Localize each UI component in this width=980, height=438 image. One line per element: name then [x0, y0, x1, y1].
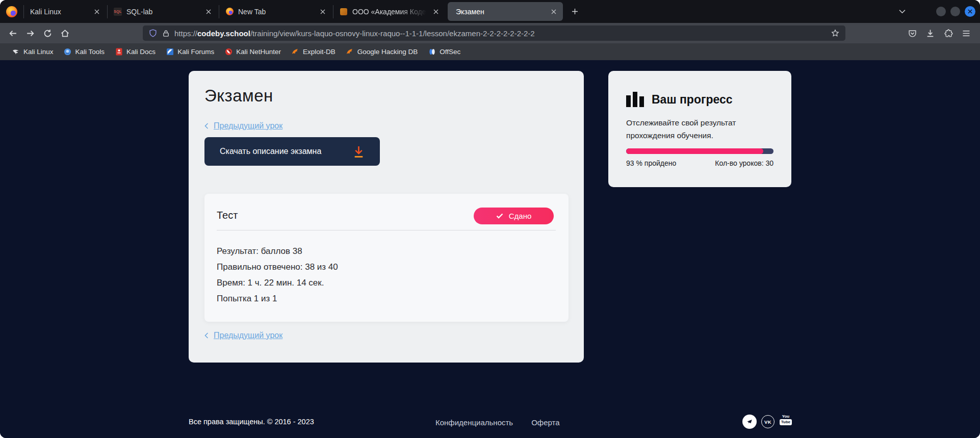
kali-docs-icon	[115, 48, 123, 56]
bookmark-kali-docs[interactable]: Kali Docs	[110, 45, 160, 59]
url-bar[interactable]: https://codeby.school/training/view/kurs…	[143, 25, 845, 41]
chevron-left-icon	[204, 123, 209, 129]
bookmark-exploit-db[interactable]: Exploit-DB	[287, 45, 340, 59]
bookmark-google-hacking-db[interactable]: Google Hacking DB	[341, 45, 423, 59]
kali-nethunter-icon	[224, 48, 233, 56]
window-close-button[interactable]	[965, 6, 975, 17]
vk-icon[interactable]: VK	[761, 415, 775, 428]
home-button[interactable]	[56, 24, 73, 42]
bookmark-kali-linux[interactable]: Kali Linux	[7, 45, 58, 59]
download-exam-description-button[interactable]: Скачать описание экзамна	[204, 137, 380, 166]
page-content: Экзамен Предыдущий урок Скачать описание…	[0, 60, 980, 438]
pocket-icon[interactable]	[905, 25, 920, 41]
offsec-icon	[428, 48, 436, 56]
exploit-db-icon	[291, 48, 299, 56]
time-line: Время: 1 ч. 22 мин. 14 сек.	[217, 278, 338, 288]
tab-codeby-academy[interactable]: ООО «Академия Кодеба	[333, 0, 446, 23]
forward-button[interactable]	[21, 24, 39, 42]
divider	[217, 230, 556, 230]
footer-links: Конфиденциальность Оферта	[435, 418, 560, 427]
google-hacking-db-icon	[346, 48, 354, 56]
lessons-count-label: Кол-во уроков: 30	[715, 159, 773, 167]
copyright-text: Все права защищены. © 2016 - 2023	[189, 418, 314, 426]
tab-title: Kali Linux	[30, 8, 91, 16]
bookmark-kali-nethunter[interactable]: Kali NetHunter	[220, 45, 286, 59]
tab-close-icon[interactable]	[317, 6, 329, 18]
tab-title: SQL-lab	[126, 8, 202, 16]
bookmark-star-icon[interactable]	[831, 29, 839, 37]
tab-close-icon[interactable]	[430, 6, 442, 18]
tab-title: ООО «Академия Кодеба	[352, 8, 430, 16]
bookmarks-bar: Kali Linux Kali Tools Kali Docs Kali For…	[0, 43, 980, 60]
firefox-favicon	[225, 8, 234, 16]
tab-title: Экзамен	[456, 8, 548, 16]
new-tab-button[interactable]	[566, 3, 583, 20]
url-text[interactable]: https://codeby.school/training/view/kurs…	[174, 29, 535, 38]
lesson-card: Экзамен Предыдущий урок Скачать описание…	[189, 71, 584, 363]
tab-close-icon[interactable]	[548, 6, 560, 18]
lock-icon[interactable]	[163, 30, 169, 37]
bookmark-kali-forums[interactable]: Kali Forums	[161, 45, 219, 59]
progress-bar	[626, 148, 773, 154]
menu-hamburger-icon[interactable]	[959, 25, 974, 41]
back-button[interactable]	[4, 24, 21, 42]
offer-link[interactable]: Оферта	[531, 418, 559, 427]
attempt-line: Попытка 1 из 1	[217, 294, 338, 303]
test-details: Результат: баллов 38 Правильно отвечено:…	[217, 247, 338, 310]
chevron-left-icon	[204, 332, 209, 339]
test-result-card: Тест Сдано Результат: баллов 38 Правильн…	[204, 194, 569, 322]
correct-answers-line: Правильно отвечено: 38 из 40	[217, 263, 338, 272]
browser-window: Kali Linux SQL SQL-lab New Tab ООО «Акад…	[0, 0, 980, 438]
tab-bar: Kali Linux SQL SQL-lab New Tab ООО «Акад…	[0, 0, 980, 23]
kali-forums-icon	[166, 48, 174, 56]
sql-lab-favicon: SQL	[114, 8, 122, 16]
reload-button[interactable]	[39, 24, 56, 42]
result-line: Результат: баллов 38	[217, 247, 338, 256]
tracking-protection-shield-icon[interactable]	[149, 29, 157, 37]
kali-tools-icon	[64, 48, 72, 56]
status-badge: Сдано	[474, 208, 554, 224]
tab-close-icon[interactable]	[91, 6, 103, 18]
tab-new-tab[interactable]: New Tab	[219, 0, 333, 23]
tab-kali-linux[interactable]: Kali Linux	[24, 0, 107, 23]
maximize-button[interactable]	[950, 7, 960, 16]
downloads-icon[interactable]	[922, 25, 938, 41]
bar-chart-icon	[626, 92, 644, 107]
kali-dragon-icon	[12, 48, 20, 56]
tab-ekzamen-active[interactable]: Экзамен	[448, 2, 563, 21]
progress-card: Ваш прогресс Отслеживайте свой результат…	[608, 71, 791, 187]
firefox-pinned-tab[interactable]	[0, 0, 23, 23]
previous-lesson-link-top[interactable]: Предыдущий урок	[204, 121, 282, 131]
progress-bar-fill	[626, 148, 763, 154]
page-title: Экзамен	[204, 86, 273, 106]
navigation-toolbar: https://codeby.school/training/view/kurs…	[0, 23, 980, 43]
extensions-puzzle-icon[interactable]	[941, 25, 956, 41]
codeby-favicon	[340, 8, 348, 16]
minimize-button[interactable]	[936, 7, 946, 16]
check-icon	[496, 213, 503, 219]
bookmark-offsec[interactable]: OffSec	[423, 45, 465, 59]
download-arrow-icon	[353, 145, 365, 158]
tab-sql-lab[interactable]: SQL SQL-lab	[108, 0, 219, 23]
progress-description: Отслеживайте свой результат прохождения …	[626, 116, 769, 142]
bookmark-kali-tools[interactable]: Kali Tools	[59, 45, 110, 59]
telegram-icon[interactable]	[742, 415, 757, 429]
privacy-link[interactable]: Конфиденциальность	[435, 418, 513, 427]
test-title: Тест	[217, 210, 238, 221]
previous-lesson-link-bottom[interactable]: Предыдущий урок	[204, 331, 282, 340]
youtube-icon[interactable]: You Tube	[779, 414, 793, 425]
tab-title: New Tab	[238, 8, 317, 16]
list-all-tabs-button[interactable]	[894, 4, 910, 19]
progress-percent-label: 93 % пройдено	[626, 159, 676, 167]
firefox-logo-icon	[6, 6, 17, 17]
progress-title: Ваш прогресс	[652, 93, 733, 107]
tab-close-icon[interactable]	[202, 6, 215, 18]
